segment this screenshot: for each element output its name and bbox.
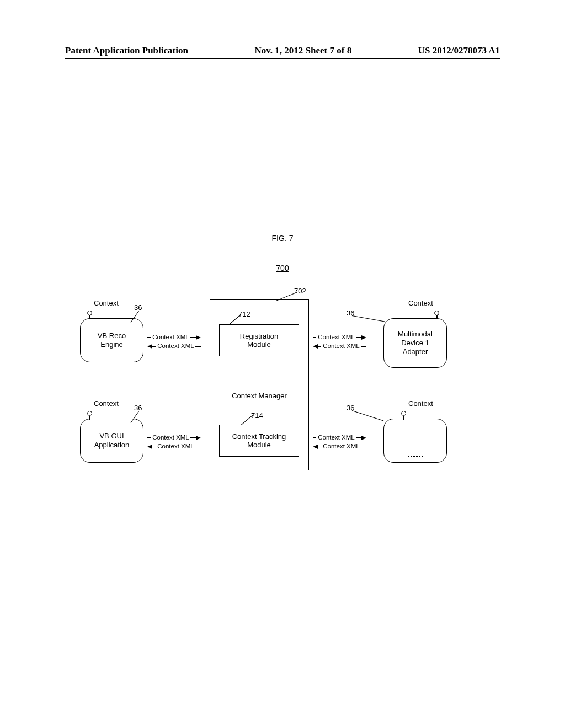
xml-text-lb1: Context XML: [152, 434, 189, 441]
context-label-3: Context: [408, 299, 433, 307]
vb-gui-application-box: VB GUI Application: [80, 419, 143, 463]
context-ring-4: [401, 411, 406, 416]
header-right: US 2012/0278073 A1: [418, 45, 500, 56]
context-tick-2: [89, 416, 90, 420]
xml-pair-right-bottom: Context XML Context XML: [313, 433, 366, 451]
xml-text-lt2: Context XML: [157, 342, 194, 349]
context-label-4: Context: [408, 399, 433, 408]
context-tick-4: [403, 416, 404, 420]
xml-pair-right-top: Context XML Context XML: [313, 333, 366, 350]
header-rule: [65, 58, 500, 59]
vb-gui-application-text: VB GUI Application: [94, 432, 130, 450]
xml-text-rt2: Context XML: [323, 342, 359, 349]
context-ring-2: [87, 411, 92, 416]
registration-module-box: Registration Module: [219, 324, 299, 356]
refnum-714: 714: [251, 411, 263, 420]
xml-text-rb1: Context XML: [318, 434, 354, 441]
placeholder-dash: [408, 456, 423, 457]
page-header: Patent Application Publication Nov. 1, 2…: [65, 45, 500, 56]
refnum-702: 702: [294, 287, 306, 295]
multimodal-adapter-text: Multimodal Device 1 Adapter: [398, 330, 433, 357]
xml-text-lb2: Context XML: [157, 443, 194, 449]
context-tracking-module-box: Context Tracking Module: [219, 425, 299, 457]
xml-pair-left-top: Context XML Context XML: [147, 333, 201, 350]
xml-text-rt1: Context XML: [318, 334, 354, 340]
context-tracking-module-text: Context Tracking Module: [232, 432, 286, 449]
context-label-2: Context: [94, 399, 119, 408]
diagram-area: Context Manager Registration Module Cont…: [74, 287, 494, 480]
figure-label: FIG. 7: [272, 234, 294, 243]
context-ring-3: [434, 311, 439, 315]
context-tick-3: [436, 315, 438, 319]
xml-pair-left-bottom: Context XML Context XML: [147, 433, 201, 451]
placeholder-box: [383, 419, 447, 463]
header-center: Nov. 1, 2012 Sheet 7 of 8: [254, 45, 351, 56]
context-label-1: Context: [94, 299, 119, 307]
xml-text-lt1: Context XML: [152, 334, 189, 340]
context-tick-1: [89, 315, 90, 319]
context-ring-1: [87, 311, 92, 315]
figure-number: 700: [276, 264, 289, 272]
header-left: Patent Application Publication: [65, 45, 188, 56]
context-manager-label: Context Manager: [232, 392, 287, 400]
xml-text-rb2: Context XML: [323, 443, 359, 449]
vb-reco-engine-box: VB Reco Engine: [80, 318, 143, 362]
multimodal-adapter-box: Multimodal Device 1 Adapter: [383, 318, 447, 368]
registration-module-text: Registration Module: [240, 332, 278, 349]
leader-36d: [352, 410, 383, 421]
vb-reco-engine-text: VB Reco Engine: [98, 331, 126, 350]
leader-36c: [352, 315, 385, 322]
